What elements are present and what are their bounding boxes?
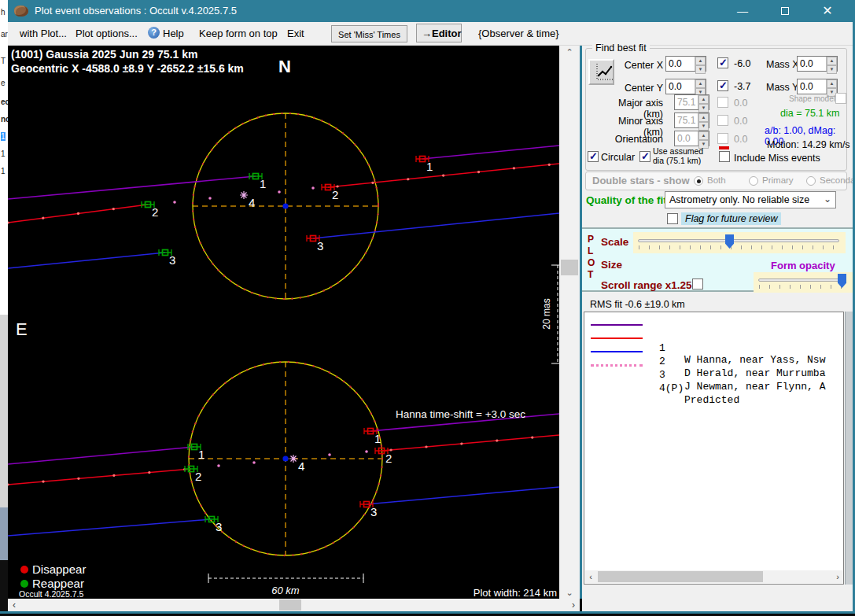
scale-label: Scale (601, 236, 628, 248)
help-icon[interactable]: ? (148, 27, 160, 39)
scroll-range-checkbox[interactable] (692, 278, 703, 290)
scroll-up-arrow[interactable]: ⌃ (559, 46, 580, 58)
occultation-plot[interactable]: (1001) Gaussia 2025 Jun 29 75.1 km Geoce… (8, 46, 559, 599)
scroll-right-arrow[interactable]: › (832, 570, 843, 583)
editor-button[interactable]: →Editor (416, 24, 462, 42)
mass-y-value[interactable]: 0.0 (798, 79, 826, 94)
fit-center-y-checkbox[interactable] (717, 80, 728, 91)
menu-observer-time[interactable]: {Observer & time} (478, 28, 559, 39)
chord-2-red[interactable] (8, 164, 559, 223)
station-label: 1 (198, 448, 205, 461)
chord-1-purple[interactable] (8, 414, 559, 464)
major-fit-value: 0.0 (734, 98, 747, 109)
minor-axis-spinner[interactable]: 75.1 ▲▼ (674, 113, 709, 128)
close-button[interactable]: ✕ (809, 0, 846, 22)
list-item[interactable]: 3 J Newman, near Flynn, A (584, 345, 843, 359)
plot-controls-box: P L O T Scale Size normal x 2 x 5 Form o… (582, 227, 853, 292)
chord-3-blue[interactable] (8, 487, 559, 536)
secondary-radio[interactable] (806, 176, 816, 186)
mass-x-value[interactable]: 0.0 (798, 57, 826, 71)
list-item[interactable]: 4(P) Predicted (584, 359, 843, 372)
maximize-button[interactable] (767, 0, 803, 22)
legend-vertical-scrollbar[interactable] (845, 312, 853, 585)
mass-y-spinner[interactable]: 0.0 ▲▼ (797, 79, 838, 94)
orientation-spinner[interactable]: 0.0 ▲▼ (674, 131, 709, 146)
bg-text: 1 (1, 132, 6, 141)
use-assumed-checkbox[interactable] (639, 151, 650, 162)
slider-ticks (759, 285, 847, 289)
fit-orientation-checkbox[interactable] (717, 133, 728, 144)
spinner-arrows[interactable]: ▲▼ (698, 113, 709, 127)
primary-radio[interactable] (749, 176, 758, 186)
minimize-button[interactable]: — (724, 0, 761, 22)
fit-control-panel: Find best fit Center X 0.0 ▲▼ -6.0 Mass … (582, 46, 853, 611)
spinner-arrows[interactable]: ▲▼ (826, 57, 837, 71)
form-opacity-slider[interactable] (754, 272, 853, 293)
center-x-spinner[interactable]: 0.0 ▲▼ (665, 56, 706, 72)
menu-keep-on-top[interactable]: Keep form on top (199, 28, 278, 39)
station-label: 3 (370, 505, 377, 518)
fit-minor-checkbox[interactable] (717, 115, 728, 126)
menu-help[interactable]: Help (163, 28, 184, 39)
spinner-arrows[interactable]: ▲▼ (695, 79, 706, 94)
mass-x-spinner[interactable]: 0.0 ▲▼ (797, 56, 838, 72)
scroll-left-arrow[interactable]: ‹ (585, 570, 596, 583)
fit-center-x-checkbox[interactable] (717, 57, 728, 68)
mas-scale-bar (551, 265, 559, 363)
station-label: 4 (298, 459, 304, 473)
background-window-sliver: h ar T e ec nc 1 1 1 (0, 0, 8, 616)
legend-horizontal-scrollbar[interactable]: ‹ › (585, 570, 843, 583)
shape-model-checkbox[interactable] (835, 93, 846, 104)
station-label: 3 (169, 253, 175, 267)
menu-plot-options[interactable]: Plot options... (76, 28, 138, 39)
legend-scroll-thumb[interactable] (598, 571, 763, 582)
spinner-arrows[interactable]: ▲▼ (826, 79, 837, 94)
predicted-star-marker[interactable] (240, 191, 248, 199)
quality-dropdown[interactable]: Astrometry only. No reliable size ⌄ (665, 191, 836, 208)
station-label: 3 (216, 520, 222, 533)
km-scale-bar (208, 574, 363, 583)
chord-3-blue[interactable] (8, 213, 559, 268)
scroll-right-arrow[interactable]: › (567, 599, 580, 611)
list-item[interactable]: 1 W Hanna, near Yass, Nsw (584, 319, 843, 332)
horizontal-scroll-thumb[interactable] (279, 599, 301, 610)
menu-exit[interactable]: Exit (287, 28, 304, 39)
major-axis-spinner[interactable]: 75.1 ▲▼ (674, 94, 709, 110)
center-x-fit-value: -6.0 (734, 58, 751, 69)
scroll-left-arrow[interactable]: ‹ (8, 599, 20, 611)
scale-slider[interactable] (633, 232, 846, 253)
spinner-arrows[interactable]: ▲▼ (695, 57, 706, 71)
both-radio[interactable] (694, 176, 703, 186)
version-label: Occult 4.2025.7.5 (19, 589, 83, 599)
plot-fit-graph-button[interactable] (588, 59, 614, 85)
station-label: 2 (385, 452, 392, 465)
fit-major-checkbox[interactable] (717, 97, 728, 108)
flag-review-checkbox[interactable] (667, 213, 678, 224)
minor-axis-value: 75.1 (675, 113, 698, 127)
menu-with-plot[interactable]: with Plot... (20, 28, 67, 39)
station-label: 3 (317, 239, 323, 253)
center-dot (282, 203, 288, 208)
scroll-down-arrow[interactable]: ⌄ (559, 586, 580, 599)
predicted-star-marker[interactable] (289, 455, 297, 463)
bg-text: h (1, 8, 6, 17)
plot-vertical-scrollbar[interactable]: ⌃ ⌄ (559, 46, 580, 599)
center-y-spinner[interactable]: 0.0 ▲▼ (665, 79, 706, 94)
chord-color-swatch (591, 364, 643, 367)
center-y-value[interactable]: 0.0 (666, 79, 695, 94)
circular-checkbox[interactable] (588, 151, 599, 162)
group-title: Find best fit (592, 42, 650, 53)
center-x-value[interactable]: 0.0 (666, 57, 695, 71)
rms-fit-readout: RMS fit -0.6 ±19.0 km (590, 299, 685, 310)
include-miss-checkbox[interactable] (719, 151, 730, 162)
observer-legend-list[interactable]: 1 W Hanna, near Yass, Nsw 2 D Herald, ne… (584, 312, 844, 585)
slider-ticks (639, 245, 840, 249)
titlebar[interactable]: Plot event observations : Occult v.4.202… (8, 0, 855, 22)
spinner-arrows[interactable]: ▲▼ (698, 131, 709, 146)
spinner-arrows[interactable]: ▲▼ (698, 95, 709, 109)
set-miss-times-button[interactable]: Set 'Miss' Times (331, 25, 407, 42)
plot-horizontal-scrollbar[interactable]: ‹ › (8, 599, 580, 611)
vertical-scroll-thumb[interactable] (561, 260, 578, 275)
secondary-label: Secondary (820, 175, 855, 185)
list-item[interactable]: 2 D Herald, near Murrumba (584, 332, 843, 345)
